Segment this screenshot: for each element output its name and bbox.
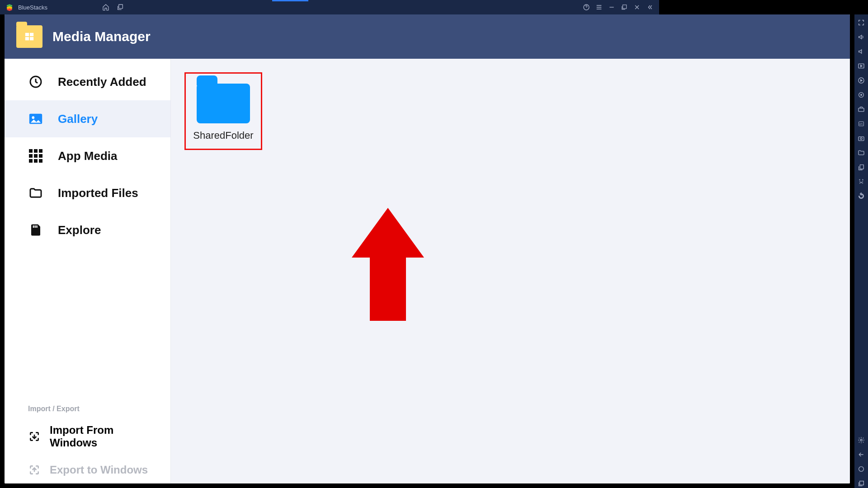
window-titlebar: BlueStacks [0,0,659,14]
maximize-icon[interactable] [620,3,628,11]
sidebar-item-label: Gallery [58,112,98,126]
sidebar-item-gallery[interactable]: Gallery [5,100,170,137]
content-area: SharedFolder [171,59,659,371]
minimize-icon[interactable] [608,3,616,11]
svg-rect-0 [119,5,123,9]
svg-rect-2 [623,5,627,9]
app-name: BlueStacks [18,4,47,11]
folder-outline-icon [28,185,43,201]
sidebar-item-imported-files[interactable]: Imported Files [5,174,170,211]
home-icon[interactable] [102,3,110,11]
app-frame: Media Manager Recently Added Gallery [0,14,659,371]
close-icon[interactable] [633,3,641,11]
svg-rect-17 [30,33,33,36]
help-icon[interactable] [582,3,590,11]
app-header: Media Manager [5,14,659,59]
multi-instance-icon[interactable] [116,3,124,11]
annotation-arrow-icon [352,208,424,321]
active-tab-indicator [272,0,308,1]
sd-card-icon [28,222,43,238]
image-icon [28,111,43,127]
folder-label: SharedFolder [193,130,253,141]
page-title: Media Manager [52,29,151,44]
svg-rect-23 [33,225,34,228]
svg-rect-24 [35,225,36,228]
sidebar-item-label: Recently Added [58,75,146,89]
sidebar-item-label: App Media [58,149,117,163]
grid-icon [28,148,43,164]
sidebar-item-explore[interactable]: Explore [5,211,170,249]
collapse-sidebar-icon[interactable] [646,3,654,11]
sidebar-item-label: Imported Files [58,186,138,200]
menu-icon[interactable] [595,3,603,11]
svg-rect-25 [36,225,38,228]
sidebar-item-recently-added[interactable]: Recently Added [5,59,170,100]
bluestacks-logo-icon [5,3,14,11]
folder-sharedfolder[interactable]: SharedFolder [184,72,262,150]
svg-rect-16 [25,33,29,36]
folder-icon [197,84,250,123]
svg-rect-19 [30,37,33,40]
clock-icon [28,74,43,89]
svg-point-22 [32,116,35,119]
svg-rect-18 [25,37,29,40]
sidebar-item-label: Explore [58,223,101,237]
media-manager-folder-icon [16,25,42,48]
sidebar: Recently Added Gallery App Media [5,59,171,371]
sidebar-item-app-media[interactable]: App Media [5,137,170,174]
